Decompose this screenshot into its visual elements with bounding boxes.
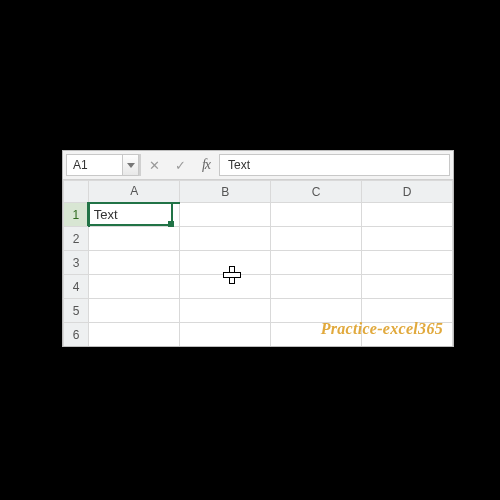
cell-A6[interactable] bbox=[89, 323, 180, 347]
cell-A1[interactable]: Text bbox=[89, 203, 180, 227]
row-header-6[interactable]: 6 bbox=[64, 323, 89, 347]
cell-B2[interactable] bbox=[180, 227, 271, 251]
cell-B5[interactable] bbox=[180, 299, 271, 323]
formula-bar: A1 ✕ ✓ fx Text bbox=[63, 151, 453, 180]
cell-D6[interactable] bbox=[362, 323, 453, 347]
column-header-C[interactable]: C bbox=[271, 181, 362, 203]
column-header-A[interactable]: A bbox=[89, 181, 180, 203]
enter-button[interactable]: ✓ bbox=[167, 151, 193, 179]
cell-D2[interactable] bbox=[362, 227, 453, 251]
cell-C3[interactable] bbox=[271, 251, 362, 275]
formula-input[interactable]: Text bbox=[219, 154, 450, 176]
cell-A3[interactable] bbox=[89, 251, 180, 275]
row-header-4[interactable]: 4 bbox=[64, 275, 89, 299]
cell-B4[interactable] bbox=[180, 275, 271, 299]
cell-A2[interactable] bbox=[89, 227, 180, 251]
row-header-2[interactable]: 2 bbox=[64, 227, 89, 251]
cell-B3[interactable] bbox=[180, 251, 271, 275]
cell-C5[interactable] bbox=[271, 299, 362, 323]
cell-C4[interactable] bbox=[271, 275, 362, 299]
cell-B6[interactable] bbox=[180, 323, 271, 347]
cell-A4[interactable] bbox=[89, 275, 180, 299]
row-header-3[interactable]: 3 bbox=[64, 251, 89, 275]
cancel-button[interactable]: ✕ bbox=[141, 151, 167, 179]
cell-C2[interactable] bbox=[271, 227, 362, 251]
row-header-5[interactable]: 5 bbox=[64, 299, 89, 323]
sheet-area[interactable]: A B C D 1 Text 2 bbox=[63, 180, 453, 346]
insert-function-button[interactable]: fx bbox=[193, 151, 219, 179]
worksheet-grid[interactable]: A B C D 1 Text 2 bbox=[63, 180, 453, 346]
cell-D3[interactable] bbox=[362, 251, 453, 275]
column-header-B[interactable]: B bbox=[180, 181, 271, 203]
cell-B1[interactable] bbox=[180, 203, 271, 227]
fx-icon: fx bbox=[202, 157, 210, 173]
name-box-wrap: A1 bbox=[66, 154, 140, 176]
x-icon: ✕ bbox=[149, 158, 160, 173]
column-header-D[interactable]: D bbox=[362, 181, 453, 203]
row-header-1[interactable]: 1 bbox=[64, 203, 89, 227]
cell-D4[interactable] bbox=[362, 275, 453, 299]
cell-D1[interactable] bbox=[362, 203, 453, 227]
excel-window: A1 ✕ ✓ fx Text A B bbox=[62, 150, 454, 347]
cell-C1[interactable] bbox=[271, 203, 362, 227]
check-icon: ✓ bbox=[175, 158, 186, 173]
cell-D5[interactable] bbox=[362, 299, 453, 323]
chevron-down-icon bbox=[127, 163, 135, 168]
name-box-dropdown[interactable] bbox=[122, 154, 139, 176]
name-box[interactable]: A1 bbox=[66, 154, 122, 176]
cell-A5[interactable] bbox=[89, 299, 180, 323]
cell-C6[interactable] bbox=[271, 323, 362, 347]
select-all-corner[interactable] bbox=[64, 181, 89, 203]
